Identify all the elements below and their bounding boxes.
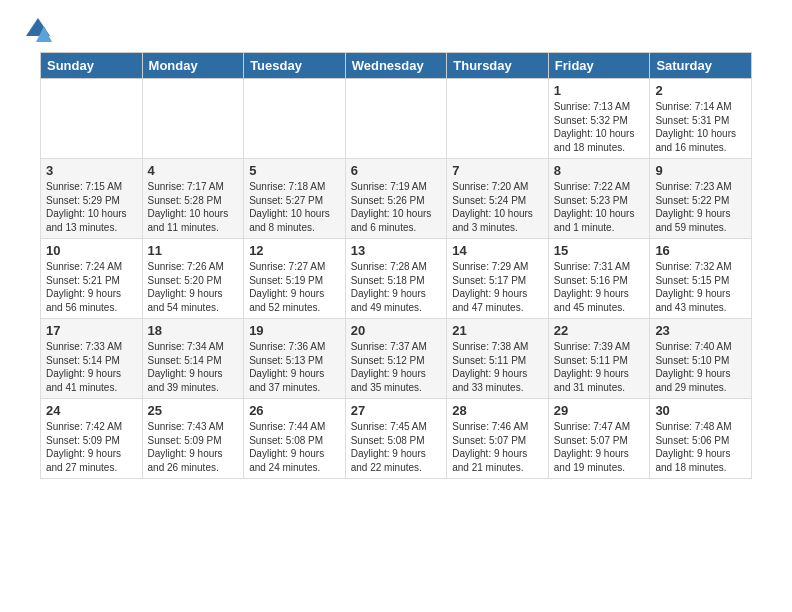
cell-content: Sunrise: 7:39 AM Sunset: 5:11 PM Dayligh… — [554, 340, 645, 394]
cell-content: Sunrise: 7:24 AM Sunset: 5:21 PM Dayligh… — [46, 260, 137, 314]
calendar-cell: 17Sunrise: 7:33 AM Sunset: 5:14 PM Dayli… — [41, 319, 143, 399]
day-number: 28 — [452, 403, 543, 418]
calendar-cell: 18Sunrise: 7:34 AM Sunset: 5:14 PM Dayli… — [142, 319, 244, 399]
day-number: 20 — [351, 323, 442, 338]
day-number: 16 — [655, 243, 746, 258]
calendar-cell: 10Sunrise: 7:24 AM Sunset: 5:21 PM Dayli… — [41, 239, 143, 319]
cell-content: Sunrise: 7:42 AM Sunset: 5:09 PM Dayligh… — [46, 420, 137, 474]
logo-icon — [24, 16, 52, 44]
cell-content: Sunrise: 7:18 AM Sunset: 5:27 PM Dayligh… — [249, 180, 340, 234]
day-number: 14 — [452, 243, 543, 258]
day-number: 3 — [46, 163, 137, 178]
calendar-cell: 3Sunrise: 7:15 AM Sunset: 5:29 PM Daylig… — [41, 159, 143, 239]
calendar-wrapper: SundayMondayTuesdayWednesdayThursdayFrid… — [0, 52, 792, 489]
day-number: 18 — [148, 323, 239, 338]
day-number: 8 — [554, 163, 645, 178]
calendar-cell: 27Sunrise: 7:45 AM Sunset: 5:08 PM Dayli… — [345, 399, 447, 479]
cell-content: Sunrise: 7:23 AM Sunset: 5:22 PM Dayligh… — [655, 180, 746, 234]
calendar-cell: 26Sunrise: 7:44 AM Sunset: 5:08 PM Dayli… — [244, 399, 346, 479]
calendar-cell: 7Sunrise: 7:20 AM Sunset: 5:24 PM Daylig… — [447, 159, 549, 239]
day-number: 24 — [46, 403, 137, 418]
calendar-cell — [142, 79, 244, 159]
day-number: 2 — [655, 83, 746, 98]
page-header — [0, 0, 792, 52]
day-header: Friday — [548, 53, 650, 79]
calendar-cell: 15Sunrise: 7:31 AM Sunset: 5:16 PM Dayli… — [548, 239, 650, 319]
cell-content: Sunrise: 7:34 AM Sunset: 5:14 PM Dayligh… — [148, 340, 239, 394]
day-number: 13 — [351, 243, 442, 258]
cell-content: Sunrise: 7:15 AM Sunset: 5:29 PM Dayligh… — [46, 180, 137, 234]
cell-content: Sunrise: 7:37 AM Sunset: 5:12 PM Dayligh… — [351, 340, 442, 394]
day-header: Monday — [142, 53, 244, 79]
calendar-cell: 28Sunrise: 7:46 AM Sunset: 5:07 PM Dayli… — [447, 399, 549, 479]
day-header: Thursday — [447, 53, 549, 79]
day-number: 22 — [554, 323, 645, 338]
day-number: 23 — [655, 323, 746, 338]
calendar-cell: 14Sunrise: 7:29 AM Sunset: 5:17 PM Dayli… — [447, 239, 549, 319]
day-number: 7 — [452, 163, 543, 178]
cell-content: Sunrise: 7:33 AM Sunset: 5:14 PM Dayligh… — [46, 340, 137, 394]
day-number: 9 — [655, 163, 746, 178]
calendar-cell: 12Sunrise: 7:27 AM Sunset: 5:19 PM Dayli… — [244, 239, 346, 319]
calendar-cell: 13Sunrise: 7:28 AM Sunset: 5:18 PM Dayli… — [345, 239, 447, 319]
calendar-cell: 4Sunrise: 7:17 AM Sunset: 5:28 PM Daylig… — [142, 159, 244, 239]
calendar-cell: 25Sunrise: 7:43 AM Sunset: 5:09 PM Dayli… — [142, 399, 244, 479]
day-number: 5 — [249, 163, 340, 178]
calendar-cell: 21Sunrise: 7:38 AM Sunset: 5:11 PM Dayli… — [447, 319, 549, 399]
cell-content: Sunrise: 7:17 AM Sunset: 5:28 PM Dayligh… — [148, 180, 239, 234]
day-number: 17 — [46, 323, 137, 338]
day-number: 10 — [46, 243, 137, 258]
cell-content: Sunrise: 7:43 AM Sunset: 5:09 PM Dayligh… — [148, 420, 239, 474]
calendar: SundayMondayTuesdayWednesdayThursdayFrid… — [40, 52, 752, 479]
calendar-cell — [244, 79, 346, 159]
day-number: 12 — [249, 243, 340, 258]
cell-content: Sunrise: 7:38 AM Sunset: 5:11 PM Dayligh… — [452, 340, 543, 394]
day-number: 15 — [554, 243, 645, 258]
cell-content: Sunrise: 7:45 AM Sunset: 5:08 PM Dayligh… — [351, 420, 442, 474]
cell-content: Sunrise: 7:14 AM Sunset: 5:31 PM Dayligh… — [655, 100, 746, 154]
cell-content: Sunrise: 7:19 AM Sunset: 5:26 PM Dayligh… — [351, 180, 442, 234]
calendar-cell: 23Sunrise: 7:40 AM Sunset: 5:10 PM Dayli… — [650, 319, 752, 399]
day-header: Tuesday — [244, 53, 346, 79]
calendar-cell: 5Sunrise: 7:18 AM Sunset: 5:27 PM Daylig… — [244, 159, 346, 239]
calendar-cell — [41, 79, 143, 159]
cell-content: Sunrise: 7:48 AM Sunset: 5:06 PM Dayligh… — [655, 420, 746, 474]
cell-content: Sunrise: 7:36 AM Sunset: 5:13 PM Dayligh… — [249, 340, 340, 394]
day-header: Wednesday — [345, 53, 447, 79]
cell-content: Sunrise: 7:13 AM Sunset: 5:32 PM Dayligh… — [554, 100, 645, 154]
calendar-cell: 1Sunrise: 7:13 AM Sunset: 5:32 PM Daylig… — [548, 79, 650, 159]
cell-content: Sunrise: 7:44 AM Sunset: 5:08 PM Dayligh… — [249, 420, 340, 474]
cell-content: Sunrise: 7:31 AM Sunset: 5:16 PM Dayligh… — [554, 260, 645, 314]
calendar-cell: 2Sunrise: 7:14 AM Sunset: 5:31 PM Daylig… — [650, 79, 752, 159]
day-header: Sunday — [41, 53, 143, 79]
calendar-cell: 8Sunrise: 7:22 AM Sunset: 5:23 PM Daylig… — [548, 159, 650, 239]
day-header: Saturday — [650, 53, 752, 79]
calendar-cell: 6Sunrise: 7:19 AM Sunset: 5:26 PM Daylig… — [345, 159, 447, 239]
cell-content: Sunrise: 7:40 AM Sunset: 5:10 PM Dayligh… — [655, 340, 746, 394]
logo — [20, 16, 52, 44]
cell-content: Sunrise: 7:29 AM Sunset: 5:17 PM Dayligh… — [452, 260, 543, 314]
calendar-cell: 22Sunrise: 7:39 AM Sunset: 5:11 PM Dayli… — [548, 319, 650, 399]
day-number: 25 — [148, 403, 239, 418]
day-number: 6 — [351, 163, 442, 178]
day-number: 4 — [148, 163, 239, 178]
calendar-cell: 9Sunrise: 7:23 AM Sunset: 5:22 PM Daylig… — [650, 159, 752, 239]
day-number: 27 — [351, 403, 442, 418]
day-number: 21 — [452, 323, 543, 338]
cell-content: Sunrise: 7:47 AM Sunset: 5:07 PM Dayligh… — [554, 420, 645, 474]
day-number: 29 — [554, 403, 645, 418]
day-number: 30 — [655, 403, 746, 418]
calendar-cell: 24Sunrise: 7:42 AM Sunset: 5:09 PM Dayli… — [41, 399, 143, 479]
cell-content: Sunrise: 7:28 AM Sunset: 5:18 PM Dayligh… — [351, 260, 442, 314]
cell-content: Sunrise: 7:32 AM Sunset: 5:15 PM Dayligh… — [655, 260, 746, 314]
calendar-cell — [345, 79, 447, 159]
calendar-cell: 11Sunrise: 7:26 AM Sunset: 5:20 PM Dayli… — [142, 239, 244, 319]
calendar-cell: 30Sunrise: 7:48 AM Sunset: 5:06 PM Dayli… — [650, 399, 752, 479]
calendar-cell: 20Sunrise: 7:37 AM Sunset: 5:12 PM Dayli… — [345, 319, 447, 399]
cell-content: Sunrise: 7:26 AM Sunset: 5:20 PM Dayligh… — [148, 260, 239, 314]
day-number: 11 — [148, 243, 239, 258]
calendar-cell — [447, 79, 549, 159]
cell-content: Sunrise: 7:27 AM Sunset: 5:19 PM Dayligh… — [249, 260, 340, 314]
cell-content: Sunrise: 7:46 AM Sunset: 5:07 PM Dayligh… — [452, 420, 543, 474]
day-number: 26 — [249, 403, 340, 418]
